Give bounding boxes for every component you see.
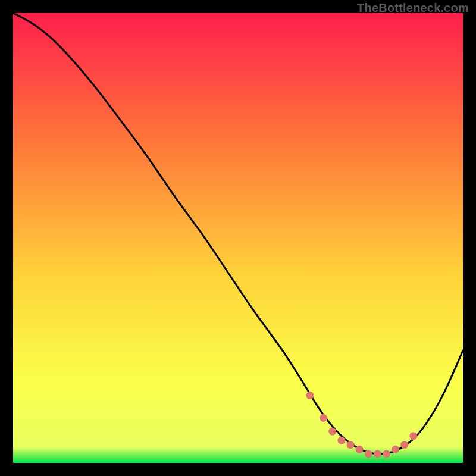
highlight-dot bbox=[337, 437, 345, 444]
chart-svg bbox=[13, 13, 463, 463]
gradient-background bbox=[13, 13, 463, 463]
highlight-dot bbox=[347, 441, 355, 449]
plot-area bbox=[13, 13, 463, 463]
chart-frame: TheBottleneck.com bbox=[0, 0, 476, 476]
highlight-dot bbox=[392, 446, 399, 453]
highlight-dot bbox=[409, 432, 417, 440]
highlight-dot bbox=[356, 446, 364, 453]
highlight-dot bbox=[383, 450, 390, 458]
watermark-text: TheBottleneck.com bbox=[357, 1, 469, 15]
highlight-dot bbox=[328, 428, 336, 436]
highlight-dot bbox=[320, 414, 327, 422]
highlight-dot bbox=[374, 450, 381, 458]
highlight-dot bbox=[306, 392, 314, 399]
highlight-dot bbox=[400, 441, 408, 449]
highlight-dot bbox=[365, 450, 372, 458]
